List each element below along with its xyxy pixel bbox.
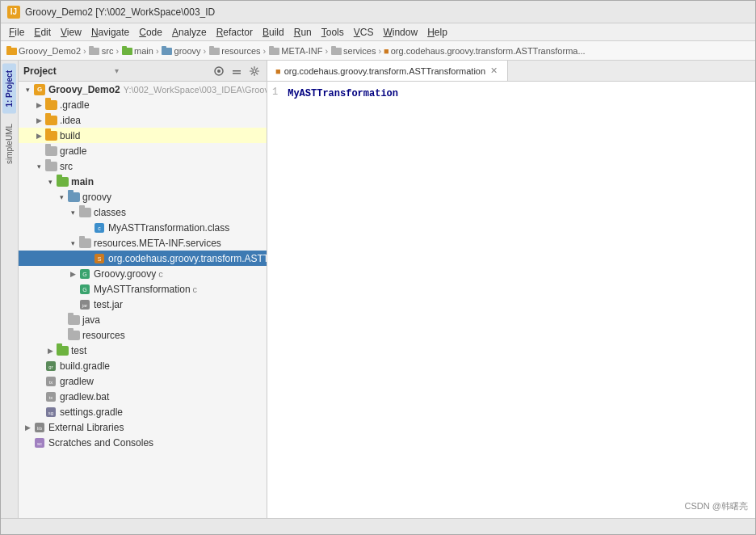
folder-icon: [67, 191, 80, 204]
tree-label: java: [82, 314, 100, 326]
tree-arrow: [33, 360, 44, 372]
breadcrumb-meta-inf[interactable]: META-INF: [268, 46, 322, 56]
tree-item-groovy-file[interactable]: ▶ G Groovy.groovy c: [19, 266, 267, 281]
tree-item-myast-groovy[interactable]: G MyASTTransformation c: [19, 281, 267, 297]
breadcrumb-groovy-demo2[interactable]: Groovy_Demo2: [6, 46, 81, 56]
tree-label: MyASTTransformation: [94, 284, 191, 295]
tree-arrow: [22, 437, 33, 449]
tab-close-btn[interactable]: ✕: [489, 65, 499, 76]
tree-item-external-libs[interactable]: ▶ lib External Libraries: [19, 419, 267, 435]
breadcrumb-src[interactable]: src: [89, 46, 114, 56]
svg-rect-10: [269, 48, 279, 55]
breadcrumb-item-label: main: [134, 46, 153, 56]
tree-arrow[interactable]: ▶: [33, 130, 44, 141]
tree-item-gradlew[interactable]: tx gradlew: [19, 373, 267, 389]
menu-bar: File Edit View Navigate Code Analyze Ref…: [1, 23, 755, 41]
breadcrumb-services[interactable]: services: [330, 46, 376, 56]
tree-arrow[interactable]: ▶: [33, 99, 44, 111]
menu-vcs[interactable]: VCS: [349, 26, 379, 39]
tree-item-scratches[interactable]: sc Scratches and Consoles: [19, 435, 267, 450]
editor-content[interactable]: 1 MyASTTransformation: [267, 82, 755, 518]
menu-file[interactable]: File: [4, 26, 29, 39]
tree-item-gradle[interactable]: ▶ .gradle: [19, 97, 267, 112]
folder-icon: [268, 46, 279, 55]
breadcrumb-item-label: org.codehaus.groovy.transform.ASTTransfo…: [391, 46, 586, 56]
tree-arrow[interactable]: ▾: [56, 192, 67, 203]
breadcrumb-resources[interactable]: resources: [208, 46, 260, 56]
project-icon: G: [33, 83, 46, 96]
tab-label: org.codehaus.groovy.transform.ASTTransfo…: [284, 66, 485, 76]
editor-tab-org[interactable]: ■ org.codehaus.groovy.transform.ASTTrans…: [267, 61, 508, 81]
tree-item-java[interactable]: java: [19, 312, 267, 327]
tree-item-settings-gradle[interactable]: sg settings.gradle: [19, 404, 267, 419]
folder-icon: [330, 46, 342, 55]
folder-icon: [67, 314, 80, 326]
menu-help[interactable]: Help: [422, 26, 452, 39]
tree-label: org.codehaus.groovy.transform.ASTTransfo…: [108, 253, 267, 264]
tree-item-main[interactable]: ▾ main: [19, 174, 267, 189]
tree-item-idea[interactable]: ▶ .idea: [19, 112, 267, 128]
menu-navigate[interactable]: Navigate: [86, 26, 134, 39]
app-icon: IJ: [7, 6, 20, 19]
tree-arrow-root[interactable]: ▾: [22, 84, 33, 95]
tree-arrow[interactable]: ▶: [67, 268, 78, 280]
groovy-file-icon: G: [78, 268, 91, 280]
menu-window[interactable]: Window: [378, 26, 422, 39]
menu-view[interactable]: View: [56, 26, 86, 39]
tree-arrow: [33, 407, 44, 418]
sidebar-tab-project[interactable]: 1: Project: [2, 64, 16, 114]
tree-label: External Libraries: [48, 422, 124, 433]
tree-arrow[interactable]: ▾: [44, 176, 56, 187]
tree-label: test.jar: [94, 299, 123, 310]
code-area[interactable]: MyASTTransformation: [288, 86, 750, 513]
tree-item-resources[interactable]: resources: [19, 327, 267, 343]
side-tabs: 1: Project simpleUML: [1, 61, 19, 518]
tree-arrow: [82, 253, 93, 264]
tree-item-myast-class[interactable]: c MyASTTransformation.class: [19, 220, 267, 235]
tree-item-build[interactable]: ▶ build: [19, 128, 267, 143]
tree-arrow[interactable]: ▾: [67, 238, 78, 249]
tree-label: Groovy_Demo2: [48, 84, 120, 95]
tree-arrow[interactable]: ▶: [44, 345, 56, 356]
tree-item-testjar[interactable]: jar test.jar: [19, 297, 267, 312]
tree-arrow: [33, 145, 44, 157]
tree-arrow[interactable]: ▾: [67, 207, 78, 218]
folder-icon: [162, 46, 173, 55]
sidebar-tab-simpleuml[interactable]: simpleUML: [2, 117, 16, 171]
panel-settings-btn[interactable]: [212, 64, 226, 78]
class-file-icon: c: [93, 221, 106, 234]
tree-item-src[interactable]: ▾ src: [19, 158, 267, 174]
menu-run[interactable]: Run: [289, 26, 317, 39]
menu-analyze[interactable]: Analyze: [167, 26, 212, 39]
menu-build[interactable]: Build: [258, 26, 289, 39]
tree-arrow[interactable]: ▶: [33, 115, 44, 126]
folder-icon: [56, 344, 69, 357]
breadcrumb-main[interactable]: main: [121, 46, 153, 56]
tree-arrow[interactable]: ▶: [22, 422, 33, 433]
tree-item-gradlew-bat[interactable]: tx gradlew.bat: [19, 389, 267, 404]
svg-text:jar: jar: [82, 303, 88, 308]
panel-collapse-btn[interactable]: [229, 64, 244, 78]
tree-item-build-gradle[interactable]: gr build.gradle: [19, 358, 267, 373]
tree-item-org-service[interactable]: S org.codehaus.groovy.transform.ASTTrans…: [19, 251, 267, 266]
menu-code[interactable]: Code: [134, 26, 167, 39]
tree-item-groovy[interactable]: ▾ groovy: [19, 189, 267, 204]
tree-item-gradle-files[interactable]: gradle: [19, 143, 267, 158]
tree-item-resources-meta[interactable]: ▾ resources.META-INF.services: [19, 235, 267, 251]
tree-item-root[interactable]: ▾ G Groovy_Demo2 Y:\002_WorkSpace\003_ID…: [19, 82, 267, 97]
breadcrumb-file[interactable]: ■ org.codehaus.groovy.transform.ASTTrans…: [384, 46, 586, 56]
tree-item-test[interactable]: ▶ test: [19, 343, 267, 358]
menu-refactor[interactable]: Refactor: [212, 26, 258, 39]
svg-rect-9: [209, 46, 214, 48]
tree-label-path: Y:\002_WorkSpace\003_IDEA\Groovy_Demo2: [124, 85, 267, 95]
tree-item-classes[interactable]: ▾ classes: [19, 204, 267, 220]
menu-edit[interactable]: Edit: [29, 26, 56, 39]
line-number: 1: [272, 86, 278, 98]
menu-tools[interactable]: Tools: [317, 26, 349, 39]
tab-file-icon: ■: [275, 66, 281, 76]
main-window: IJ Groovy_Demo2 [Y:\002_WorkSpace\003_ID…: [0, 0, 756, 535]
tree-arrow[interactable]: ▾: [33, 161, 44, 172]
breadcrumb-groovy[interactable]: groovy: [162, 46, 201, 56]
panel-gear-btn[interactable]: [247, 64, 262, 78]
svg-rect-6: [162, 48, 172, 55]
